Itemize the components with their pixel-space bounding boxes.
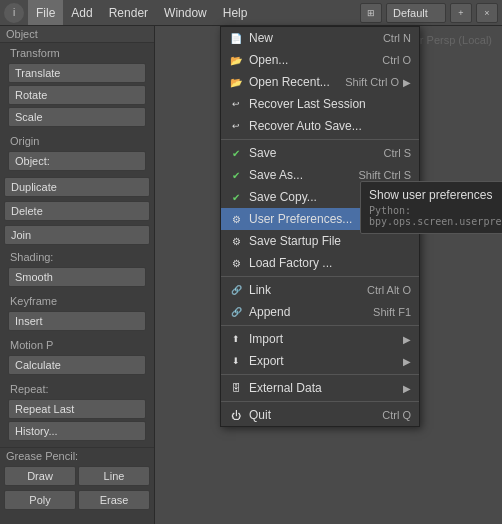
line-button[interactable]: Line	[78, 466, 150, 486]
tooltip: Show user preferences Python: bpy.ops.sc…	[360, 181, 502, 234]
save-as-icon: ✔	[227, 167, 245, 183]
join-button[interactable]: Join	[4, 225, 150, 245]
ext-data-arrow-icon: ▶	[403, 383, 411, 394]
main-content: Object Transform Translate Rotate Scale …	[0, 26, 502, 524]
shading-section: Shading: Smooth	[0, 247, 154, 291]
repeat-label: Repeat:	[4, 381, 150, 397]
grease-poly-row: Poly Erase	[0, 488, 154, 512]
shading-label: Shading:	[4, 249, 150, 265]
join-row: Join	[0, 223, 154, 247]
load-factory-icon: ⚙	[227, 255, 245, 271]
object-header: Object	[0, 26, 154, 43]
grease-label: Grease Pencil:	[0, 448, 154, 464]
menu-item-append[interactable]: 🔗 Append Shift F1	[221, 301, 419, 323]
menu-render[interactable]: Render	[101, 0, 156, 25]
object-button[interactable]: Object:	[8, 151, 146, 171]
menu-item-import[interactable]: ⬆ Import ▶	[221, 328, 419, 350]
viewport: User Persp (Local) 📄 New Ctrl N 📂 Open..…	[155, 26, 502, 524]
menu-item-save[interactable]: ✔ Save Ctrl S	[221, 142, 419, 164]
origin-label: Origin	[4, 133, 150, 149]
calculate-button[interactable]: Calculate	[8, 355, 146, 375]
menu-item-quit[interactable]: ⏻ Quit Ctrl Q	[221, 404, 419, 426]
open-icon: 📂	[227, 52, 245, 68]
menubar: i File Add Render Window Help ⊞ Default …	[0, 0, 502, 26]
menu-item-open[interactable]: 📂 Open... Ctrl O	[221, 49, 419, 71]
menubar-right: ⊞ Default + ×	[360, 3, 498, 23]
grease-draw-row: Draw Line	[0, 464, 154, 488]
transform-section: Transform Translate Rotate Scale	[0, 43, 154, 131]
menu-help[interactable]: Help	[215, 0, 256, 25]
transform-label: Transform	[4, 45, 150, 61]
menu-item-link[interactable]: 🔗 Link Ctrl Alt O	[221, 279, 419, 301]
separator-2	[221, 276, 419, 277]
duplicate-delete-row: Duplicate	[0, 175, 154, 199]
draw-button[interactable]: Draw	[4, 466, 76, 486]
menu-add[interactable]: Add	[63, 0, 100, 25]
external-data-icon: 🗄	[227, 380, 245, 396]
origin-section: Origin Object:	[0, 131, 154, 175]
append-icon: 🔗	[227, 304, 245, 320]
rotate-button[interactable]: Rotate	[8, 85, 146, 105]
tooltip-title: Show user preferences	[369, 188, 502, 202]
duplicate-button[interactable]: Duplicate	[4, 177, 150, 197]
save-copy-icon: ✔	[227, 189, 245, 205]
export-icon: ⬇	[227, 353, 245, 369]
tooltip-code: Python: bpy.ops.screen.userpref_show()	[369, 205, 502, 227]
menu-item-load-factory[interactable]: ⚙ Load Factory ...	[221, 252, 419, 274]
separator-3	[221, 325, 419, 326]
separator-1	[221, 139, 419, 140]
smooth-button[interactable]: Smooth	[8, 267, 146, 287]
motion-label: Motion P	[4, 337, 150, 353]
grease-pencil-section: Grease Pencil: Draw Line Poly Erase	[0, 447, 154, 512]
menu-item-external-data[interactable]: 🗄 External Data ▶	[221, 377, 419, 399]
user-prefs-icon: ⚙	[227, 211, 245, 227]
menu-item-export[interactable]: ⬇ Export ▶	[221, 350, 419, 372]
menu-file[interactable]: File	[28, 0, 63, 25]
left-sidebar: Object Transform Translate Rotate Scale …	[0, 26, 155, 524]
close-icon[interactable]: ×	[476, 3, 498, 23]
export-arrow-icon: ▶	[403, 356, 411, 367]
menu-item-recover-auto[interactable]: ↩ Recover Auto Save...	[221, 115, 419, 137]
default-select[interactable]: Default	[386, 3, 446, 23]
arrow-icon: ▶	[403, 77, 411, 88]
insert-button[interactable]: Insert	[8, 311, 146, 331]
grid-icon[interactable]: ⊞	[360, 3, 382, 23]
menu-item-new[interactable]: 📄 New Ctrl N	[221, 27, 419, 49]
separator-5	[221, 401, 419, 402]
repeat-section: Repeat: Repeat Last History...	[0, 379, 154, 445]
keyframe-section: Keyframe Insert	[0, 291, 154, 335]
import-arrow-icon: ▶	[403, 334, 411, 345]
history-button[interactable]: History...	[8, 421, 146, 441]
delete-join-row: Delete	[0, 199, 154, 223]
recover-auto-icon: ↩	[227, 118, 245, 134]
import-icon: ⬆	[227, 331, 245, 347]
save-icon: ✔	[227, 145, 245, 161]
repeat-last-button[interactable]: Repeat Last	[8, 399, 146, 419]
quit-icon: ⏻	[227, 407, 245, 423]
recover-last-icon: ↩	[227, 96, 245, 112]
menu-window[interactable]: Window	[156, 0, 215, 25]
scale-button[interactable]: Scale	[8, 107, 146, 127]
new-icon: 📄	[227, 30, 245, 46]
menu-item-recover-last[interactable]: ↩ Recover Last Session	[221, 93, 419, 115]
menu-item-open-recent[interactable]: 📂 Open Recent... Shift Ctrl O ▶	[221, 71, 419, 93]
motion-section: Motion P Calculate	[0, 335, 154, 379]
delete-button[interactable]: Delete	[4, 201, 150, 221]
keyframe-label: Keyframe	[4, 293, 150, 309]
poly-button[interactable]: Poly	[4, 490, 76, 510]
erase-button[interactable]: Erase	[78, 490, 150, 510]
save-startup-icon: ⚙	[227, 233, 245, 249]
info-icon[interactable]: i	[4, 3, 24, 23]
plus-icon[interactable]: +	[450, 3, 472, 23]
separator-4	[221, 374, 419, 375]
open-recent-icon: 📂	[227, 74, 245, 90]
translate-button[interactable]: Translate	[8, 63, 146, 83]
link-icon: 🔗	[227, 282, 245, 298]
